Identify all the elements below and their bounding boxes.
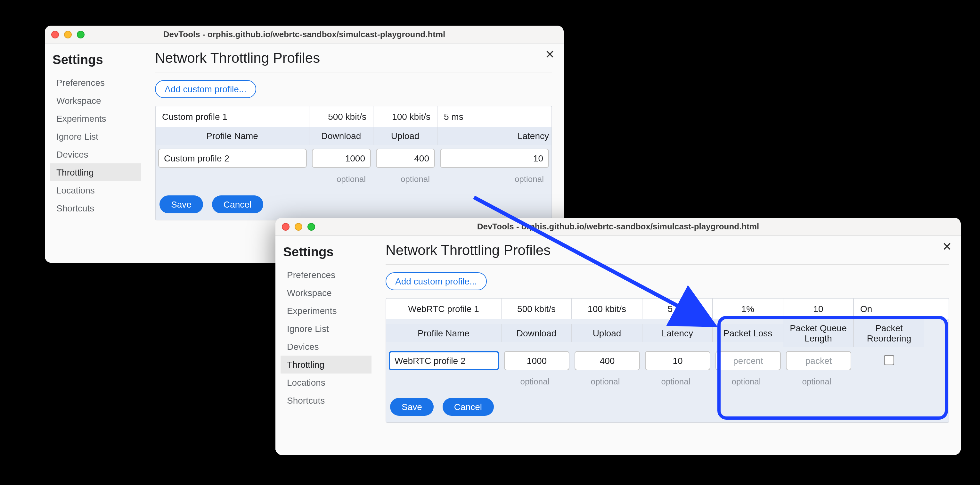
- add-custom-profile-button[interactable]: Add custom profile...: [386, 272, 487, 290]
- cell-loss: 1%: [713, 299, 783, 319]
- hint-download: optional: [313, 173, 369, 184]
- col-download: Download: [501, 324, 572, 342]
- hint-queue: optional: [787, 375, 850, 386]
- titlebar[interactable]: DevTools - orphis.github.io/webrtc-sandb…: [45, 25, 564, 44]
- save-button[interactable]: Save: [159, 196, 203, 213]
- packet-reorder-checkbox[interactable]: [884, 355, 894, 365]
- latency-input[interactable]: [645, 351, 710, 371]
- close-icon[interactable]: [282, 223, 290, 230]
- hint-upload: optional: [377, 173, 434, 184]
- titlebar[interactable]: DevTools - orphis.github.io/webrtc-sandb…: [275, 218, 961, 236]
- minimize-icon[interactable]: [64, 30, 72, 38]
- settings-main: ✕ Network Throttling Profiles Add custom…: [372, 236, 961, 455]
- cell-latency: 5 ms: [438, 107, 552, 127]
- cell-download: 500 kbit/s: [309, 107, 374, 127]
- cell-latency: 5 ms: [643, 299, 713, 319]
- col-packet-queue: Packet Queue Length: [783, 319, 854, 347]
- cell-reorder: On: [854, 299, 924, 319]
- packet-queue-input[interactable]: [786, 351, 851, 371]
- hint-download: optional: [505, 375, 568, 386]
- hint-upload: optional: [576, 375, 639, 386]
- window-title: DevTools - orphis.github.io/webrtc-sandb…: [275, 222, 961, 231]
- sidebar-item-experiments[interactable]: Experiments: [50, 110, 141, 127]
- sidebar-item-ignore-list[interactable]: Ignore List: [280, 320, 372, 338]
- settings-heading: Settings: [50, 51, 141, 74]
- button-row: Save Cancel: [386, 391, 949, 422]
- cell-upload: 100 kbit/s: [374, 107, 438, 127]
- sidebar-item-shortcuts[interactable]: Shortcuts: [280, 391, 372, 409]
- profile-name-input[interactable]: [158, 149, 307, 168]
- col-upload: Upload: [572, 324, 643, 342]
- traffic-lights: [282, 223, 315, 230]
- column-headers: Profile Name Download Upload Latency: [156, 127, 552, 145]
- page-title: Network Throttling Profiles: [386, 242, 949, 265]
- upload-input[interactable]: [376, 149, 435, 168]
- table-row[interactable]: WebRTC profile 1 500 kbit/s 100 kbit/s 5…: [386, 299, 949, 319]
- hint-latency: optional: [646, 375, 709, 386]
- close-settings-icon[interactable]: ✕: [545, 49, 555, 60]
- cancel-button[interactable]: Cancel: [442, 398, 493, 416]
- download-input[interactable]: [312, 149, 371, 168]
- sidebar-item-throttling[interactable]: Throttling: [50, 163, 141, 181]
- sidebar-item-shortcuts[interactable]: Shortcuts: [50, 199, 141, 217]
- button-row: Save Cancel: [156, 189, 552, 220]
- devtools-window-after: DevTools - orphis.github.io/webrtc-sandb…: [275, 218, 961, 455]
- save-button[interactable]: Save: [390, 398, 434, 416]
- sidebar-item-experiments[interactable]: Experiments: [280, 302, 372, 320]
- cell-upload: 100 kbit/s: [572, 299, 643, 319]
- settings-sidebar: Settings Preferences Workspace Experimen…: [45, 44, 141, 263]
- col-upload: Upload: [374, 127, 438, 145]
- minimize-icon[interactable]: [294, 223, 302, 230]
- settings-heading: Settings: [280, 243, 372, 266]
- zoom-icon[interactable]: [77, 30, 84, 38]
- traffic-lights: [51, 30, 84, 38]
- sidebar-item-throttling[interactable]: Throttling: [280, 356, 372, 374]
- cell-queue: 10: [783, 299, 854, 319]
- col-name: Profile Name: [156, 127, 309, 145]
- latency-input[interactable]: [440, 149, 549, 168]
- hint-latency: optional: [441, 173, 548, 184]
- column-headers: Profile Name Download Upload Latency Pac…: [386, 319, 949, 347]
- sidebar-item-workspace[interactable]: Workspace: [280, 284, 372, 302]
- sidebar-item-ignore-list[interactable]: Ignore List: [50, 127, 141, 145]
- cancel-button[interactable]: Cancel: [212, 196, 263, 213]
- page-title: Network Throttling Profiles: [155, 50, 552, 72]
- sidebar-item-workspace[interactable]: Workspace: [50, 92, 141, 110]
- add-custom-profile-button[interactable]: Add custom profile...: [155, 80, 256, 98]
- col-packet-loss: Packet Loss: [713, 324, 783, 342]
- upload-input[interactable]: [574, 351, 640, 371]
- hint-loss: optional: [717, 375, 780, 386]
- cell-download: 500 kbit/s: [501, 299, 572, 319]
- col-download: Download: [309, 127, 374, 145]
- sidebar-item-devices[interactable]: Devices: [280, 338, 372, 356]
- profiles-table: WebRTC profile 1 500 kbit/s 100 kbit/s 5…: [386, 298, 949, 423]
- edit-row: [386, 347, 949, 374]
- hints-row: optional optional optional: [156, 172, 552, 189]
- sidebar-item-locations[interactable]: Locations: [280, 374, 372, 391]
- packet-loss-input[interactable]: [716, 351, 781, 371]
- cell-name: WebRTC profile 1: [386, 299, 501, 319]
- col-latency: Latency: [643, 324, 713, 342]
- profile-name-input[interactable]: [389, 351, 499, 371]
- edit-row: [156, 145, 552, 172]
- cell-name: Custom profile 1: [156, 107, 309, 127]
- col-packet-reorder: Packet Reordering: [854, 319, 924, 347]
- window-title: DevTools - orphis.github.io/webrtc-sandb…: [45, 29, 564, 39]
- table-row[interactable]: Custom profile 1 500 kbit/s 100 kbit/s 5…: [156, 107, 552, 127]
- col-latency: Latency: [438, 127, 552, 145]
- close-settings-icon[interactable]: ✕: [942, 241, 952, 253]
- sidebar-item-preferences[interactable]: Preferences: [280, 266, 372, 284]
- col-name: Profile Name: [386, 324, 501, 342]
- profiles-table: Custom profile 1 500 kbit/s 100 kbit/s 5…: [155, 106, 552, 220]
- download-input[interactable]: [504, 351, 570, 371]
- hints-row: optional optional optional optional opti…: [386, 374, 949, 391]
- sidebar-item-devices[interactable]: Devices: [50, 145, 141, 163]
- close-icon[interactable]: [51, 30, 59, 38]
- sidebar-item-locations[interactable]: Locations: [50, 181, 141, 199]
- sidebar-item-preferences[interactable]: Preferences: [50, 74, 141, 92]
- zoom-icon[interactable]: [307, 223, 315, 230]
- settings-sidebar: Settings Preferences Workspace Experimen…: [275, 236, 372, 455]
